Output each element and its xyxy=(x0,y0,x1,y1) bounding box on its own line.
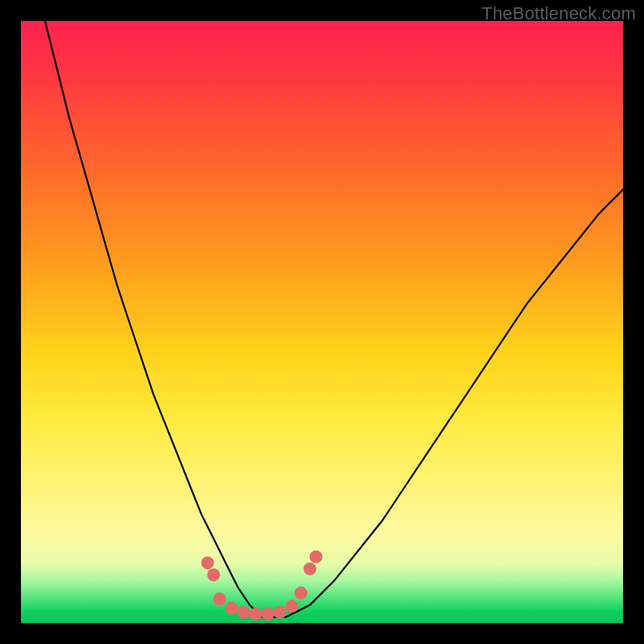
highlight-point xyxy=(225,601,238,614)
bottleneck-curve xyxy=(45,21,623,617)
highlight-markers xyxy=(201,551,323,621)
highlight-point xyxy=(213,592,226,605)
highlight-point xyxy=(250,608,262,621)
plot-area xyxy=(21,21,623,623)
highlight-point xyxy=(262,608,275,621)
highlight-point xyxy=(286,600,299,613)
chart-frame: TheBottleneck.com xyxy=(0,0,644,644)
watermark-text: TheBottleneck.com xyxy=(481,3,636,24)
highlight-point xyxy=(207,568,220,581)
highlight-point xyxy=(274,606,287,619)
highlight-point xyxy=(303,563,316,576)
highlight-point xyxy=(237,606,250,619)
highlight-point xyxy=(310,551,323,564)
curve-group xyxy=(45,21,623,617)
highlight-point xyxy=(295,587,308,600)
chart-overlay-svg xyxy=(21,21,623,623)
highlight-point xyxy=(201,556,214,569)
